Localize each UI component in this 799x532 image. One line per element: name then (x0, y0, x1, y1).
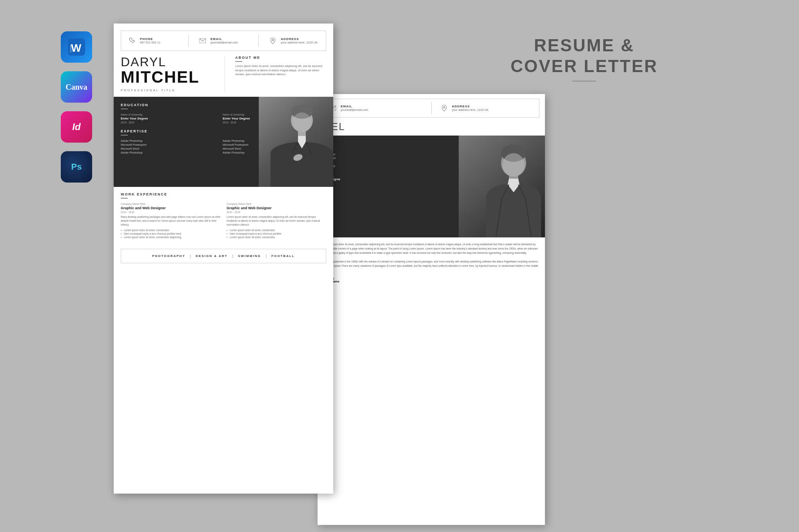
cover-signoff: Sincerely Your Name (318, 277, 545, 289)
bullet-2-3: Lorem ipsum dolor sit amet, consectetur (227, 236, 326, 239)
address-item: ADDRESS your address here, 1219 UK (268, 36, 320, 45)
signoff-name: Your Name (323, 280, 539, 283)
cover-address-value: your address here, 1219 UK (452, 108, 489, 112)
cover-photo (459, 136, 545, 237)
hobby-1: PHOTOGRAPHY (152, 254, 185, 258)
bullet-2-2: Nam consequat turpis a arcu rhoncus port… (227, 232, 326, 235)
name-about-section: DARYL MITCHEL PROFESSIONAL TITLE ABOUT M… (121, 56, 326, 92)
company-2: Company Name Here (227, 203, 326, 205)
address-icon-front (268, 36, 278, 45)
name-section: DARYL MITCHEL PROFESSIONAL TITLE (121, 56, 225, 92)
canva-icon[interactable]: Canva (61, 71, 92, 103)
indesign-icon[interactable]: Id (61, 111, 92, 143)
cover-expertise-item-2: Powerpoint (323, 157, 453, 159)
page-title-line2: COVER LETTER (510, 56, 658, 77)
signoff-text: Sincerely (323, 277, 539, 280)
bullet-1-1: Lorem ipsum dolor sit amet, consectetur (121, 229, 220, 232)
job-1: Company Name Here Graphic and Web Design… (121, 203, 220, 239)
phone-label: PHONE (140, 37, 160, 41)
cover-name-partial: HEL (323, 121, 539, 132)
company-1: Company Name Here (121, 203, 220, 205)
svg-point-9 (503, 153, 525, 177)
work-columns: Company Name Here Graphic and Web Design… (121, 203, 326, 239)
phone-label-group: PHONE 987 321 000 11 (140, 37, 160, 44)
bullet-1-3: Lorem ipsum dolor sit amet, consectetur … (121, 236, 220, 239)
expertise-col-1: Adobe Photoshop Microsoft Powerpoint Mic… (121, 139, 218, 155)
hobby-2: DESIGN & ART (196, 254, 227, 258)
about-text: Lorem ipsum dolor sit amet, consectetur … (235, 64, 326, 77)
email-icon-front (198, 36, 207, 45)
phone-icon (127, 36, 137, 45)
address-value: your address here, 1219 UK (281, 41, 318, 44)
app-icons-panel: W Canva Id Ps (61, 31, 92, 183)
contact-bar: PHONE 987 321 000 11 EMAIL yourmail@emai… (121, 31, 326, 51)
job-desc-1: Many desktop publishing packages and web… (121, 215, 220, 226)
svg-point-11 (272, 39, 274, 41)
hobbies-bar: PHOTOGRAPHY | DESIGN & ART | SWIMMING | … (121, 249, 326, 263)
cover-edu-partial: University, Your Degree 016 (323, 175, 453, 183)
edu-degree-1: Enter Your Degree (121, 117, 218, 121)
address-icon-back (439, 103, 449, 113)
work-accent (121, 198, 128, 199)
cover-email-label: EMAIL (341, 105, 368, 108)
email-label: EMAIL (211, 37, 238, 41)
phone-item: PHONE 987 321 000 11 (127, 36, 179, 45)
hobby-sep-1: | (190, 254, 191, 258)
cover-expertise-item-4: Photoshop (323, 165, 453, 167)
work-heading: WORK EXPERIENCE (121, 192, 326, 196)
address-label-group: ADDRESS your address here, 1219 UK (281, 37, 318, 44)
last-name: MITCHEL (121, 68, 221, 86)
exp-1-3: Microsoft Word (121, 147, 218, 150)
cover-contact-divider (431, 102, 432, 114)
exp-1-1: Adobe Photoshop (121, 139, 218, 142)
cover-email-item: EMAIL yourmail@email.com (328, 103, 423, 113)
edu-year-1: 2014 - 2016 (121, 121, 218, 124)
word-icon[interactable]: W (61, 31, 92, 63)
svg-text:W: W (71, 42, 82, 54)
photoshop-icon[interactable]: Ps (61, 151, 92, 183)
pages-container: EMAIL yourmail@email.com ADDRESS your ad… (114, 24, 467, 517)
hobby-3: SWIMMING (238, 254, 261, 258)
edu-col-1: Name of University, Enter Your Degree 20… (121, 113, 218, 123)
dark-education-section: EDUCATION Name of University, Enter Your… (114, 97, 333, 187)
cover-expertise-item-3: Word (323, 161, 453, 163)
phone-value: 987 321 000 11 (140, 41, 160, 44)
email-value: yourmail@email.com (211, 41, 238, 44)
cover-address-label-group: ADDRESS your address here, 1219 UK (452, 105, 489, 112)
page-title-line1: RESUME & (510, 35, 658, 56)
cover-address-item: ADDRESS your address here, 1219 UK (439, 103, 535, 113)
hobby-sep-2: | (232, 254, 233, 258)
title-divider (572, 81, 596, 81)
job-year-1: 2014 - 2016 (121, 211, 220, 214)
expertise-accent (121, 135, 128, 136)
cover-expertise-item-1: Photoshop (323, 153, 453, 156)
cover-expertise-area: Photoshop Powerpoint Word Photoshop (323, 153, 453, 167)
resume-photo (259, 97, 333, 187)
svg-rect-2 (70, 45, 71, 52)
cover-address-label: ADDRESS (452, 105, 489, 108)
cover-letter-contact-bar: EMAIL yourmail@email.com ADDRESS your ad… (323, 99, 539, 118)
hobby-sep-3: | (266, 254, 267, 258)
job-year-2: 2014 - 2016 (227, 211, 326, 214)
contact-div-1 (188, 35, 189, 47)
cover-para-1: Lorem ipsum dolor sit amet, consectetur … (323, 242, 539, 255)
exp-1-2: Microsoft Powerpoint (121, 143, 218, 146)
svg-point-4 (443, 107, 445, 108)
cover-letter-page: EMAIL yourmail@email.com ADDRESS your ad… (318, 94, 545, 525)
cover-email-value: yourmail@email.com (341, 108, 368, 112)
contact-div-2 (258, 35, 259, 47)
work-section: WORK EXPERIENCE Company Name Here Graphi… (114, 187, 333, 245)
address-label: ADDRESS (281, 37, 318, 41)
email-item: EMAIL yourmail@email.com (198, 36, 249, 45)
job-title-2: Graphic and Web Designer (227, 206, 326, 210)
about-section: ABOUT ME Lorem ipsum dolor sit amet, con… (231, 56, 326, 92)
edu-school-1: Name of University, (121, 113, 218, 116)
cover-dark-content: Photoshop Powerpoint Word Photoshop Univ… (318, 136, 459, 237)
job-2: Company Name Here Graphic and Web Design… (227, 203, 326, 239)
about-accent (235, 61, 242, 62)
email-label-group: EMAIL yourmail@email.com (211, 37, 238, 44)
bullet-2-1: Lorem ipsum dolor sit amet, consectetur (227, 229, 326, 232)
bullet-1-2: Nam consequat turpis a arcu rhoncus port… (121, 232, 220, 235)
job-title-1: Graphic and Web Designer (121, 206, 220, 210)
cover-letter-name: HEL (318, 118, 545, 136)
